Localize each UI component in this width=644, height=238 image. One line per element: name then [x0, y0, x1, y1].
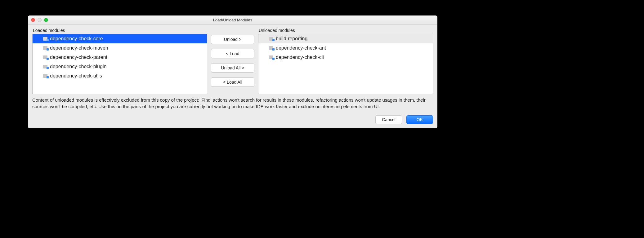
cancel-button[interactable]: Cancel: [375, 115, 402, 124]
list-item[interactable]: dependency-check-parent: [33, 53, 207, 62]
unload-button[interactable]: Unload >: [211, 35, 254, 44]
module-folder-icon: [43, 37, 48, 41]
unloaded-modules-list[interactable]: build-reporting dependency-check-ant dep…: [258, 34, 433, 94]
module-name: dependency-check-maven: [50, 45, 108, 51]
module-name: dependency-check-plugin: [50, 64, 106, 69]
list-item[interactable]: dependency-check-maven: [33, 43, 207, 53]
description-text: Content of unloaded modules is effective…: [32, 97, 433, 110]
list-item[interactable]: dependency-check-core: [33, 34, 207, 43]
unload-all-button[interactable]: Unload All >: [211, 63, 254, 73]
load-all-button[interactable]: < Load All: [211, 77, 254, 87]
window-controls: [31, 18, 48, 22]
module-folder-icon: [43, 46, 48, 50]
list-item[interactable]: dependency-check-ant: [258, 43, 433, 53]
module-name: dependency-check-cli: [276, 55, 324, 60]
module-folder-icon: [43, 55, 48, 59]
module-folder-icon: [269, 37, 274, 41]
zoom-window-button[interactable]: [44, 18, 48, 22]
module-name: dependency-check-parent: [50, 55, 107, 60]
module-name: build-reporting: [276, 36, 307, 42]
transfer-buttons: Unload > < Load Unload All > < Load All: [211, 28, 254, 94]
unloaded-label: Unloaded modules: [259, 28, 433, 33]
window-title: Load/Unload Modules: [213, 18, 252, 22]
list-item[interactable]: dependency-check-plugin: [33, 62, 207, 71]
loaded-column: Loaded modules dependency-check-core dep…: [32, 28, 207, 94]
close-window-button[interactable]: [31, 18, 35, 22]
dialog-footer: Cancel OK: [32, 115, 433, 124]
list-item[interactable]: dependency-check-cli: [258, 53, 433, 62]
list-item[interactable]: build-reporting: [258, 34, 433, 43]
loaded-label: Loaded modules: [33, 28, 207, 33]
module-folder-icon: [269, 46, 274, 50]
module-name: dependency-check-ant: [276, 45, 326, 51]
loaded-modules-list[interactable]: dependency-check-core dependency-check-m…: [32, 34, 207, 94]
list-item[interactable]: dependency-check-utils: [33, 71, 207, 81]
minimize-window-button[interactable]: [38, 18, 42, 22]
load-button[interactable]: < Load: [211, 49, 254, 58]
unloaded-column: Unloaded modules build-reporting depende…: [258, 28, 433, 94]
load-unload-modules-dialog: Load/Unload Modules Loaded modules depen…: [28, 15, 437, 128]
dialog-content: Loaded modules dependency-check-core dep…: [28, 25, 437, 128]
ok-button[interactable]: OK: [406, 115, 433, 124]
module-name: dependency-check-core: [50, 36, 103, 42]
module-name: dependency-check-utils: [50, 73, 102, 79]
module-folder-icon: [43, 74, 48, 78]
module-folder-icon: [269, 55, 274, 59]
titlebar: Load/Unload Modules: [28, 15, 437, 25]
module-folder-icon: [43, 65, 48, 68]
